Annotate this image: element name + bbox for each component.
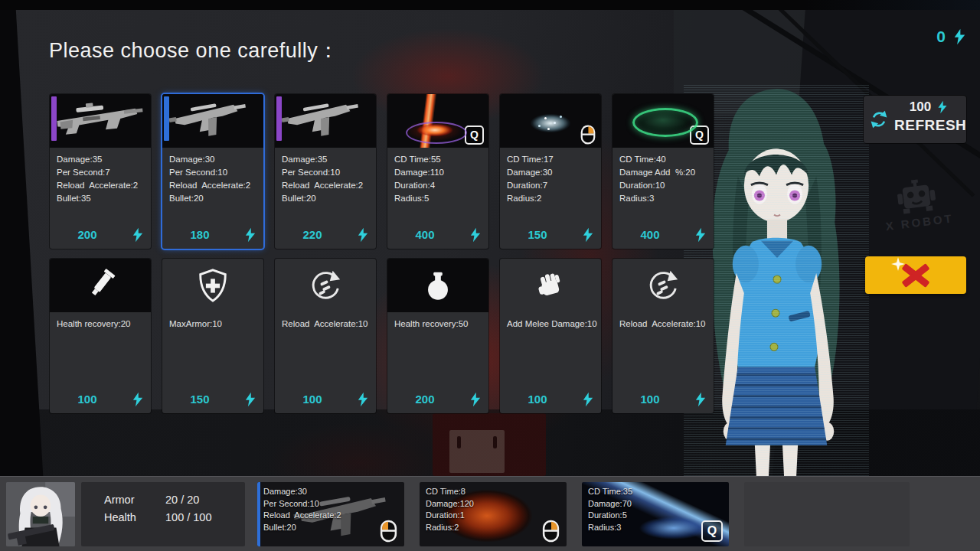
slot-stat: Per Second:10 xyxy=(263,498,341,510)
shop-card[interactable]: Damage:35Per Second:10Reload Accelerate:… xyxy=(275,94,376,249)
card-price-row: 200 xyxy=(387,391,488,408)
shop-card[interactable]: Health recovery:20100 xyxy=(50,259,151,413)
card-stats: CD Time:55Damage:110Duration:4Radius:5 xyxy=(387,148,488,205)
rarity-stripe-icon xyxy=(276,96,282,141)
card-stat: Bullet:20 xyxy=(282,192,369,205)
refresh-arrows-icon xyxy=(869,109,889,129)
card-stat: Health recovery:20 xyxy=(57,318,144,331)
card-stat: Per Second:10 xyxy=(282,166,369,179)
card-artwork xyxy=(50,259,151,312)
energy-bolt-icon xyxy=(244,227,256,246)
slot-stat: Damage:120 xyxy=(426,498,474,510)
card-stat: Bullet:20 xyxy=(169,192,256,205)
rarity-stripe-icon xyxy=(164,96,169,141)
player-avatar xyxy=(6,482,75,546)
card-stat: Radius:3 xyxy=(619,192,707,205)
card-artwork xyxy=(387,259,488,312)
shop-card[interactable]: QCD Time:40Damage Add %:20Duration:10Rad… xyxy=(612,94,714,249)
card-stat: Radius:2 xyxy=(507,192,594,205)
slot-stat: Bullet:20 xyxy=(263,522,341,534)
mouse-left-button-icon xyxy=(379,519,398,543)
card-price: 100 xyxy=(500,391,575,408)
card-stats: MaxArmor:10 xyxy=(162,312,263,331)
mouse-right-button-icon xyxy=(541,519,560,543)
shop-card[interactable]: Reload Accelerate:10100 xyxy=(612,259,714,413)
energy-bolt-icon xyxy=(244,392,256,410)
card-stat: Per Second:7 xyxy=(57,166,144,179)
slot-stat: CD Time:8 xyxy=(426,486,474,498)
armor-row: Armor 20 / 20 xyxy=(104,494,199,506)
card-stat: Health recovery:50 xyxy=(394,318,482,331)
mouse-right-button-icon xyxy=(580,124,596,145)
card-stats: CD Time:40Damage Add %:20Duration:10Radi… xyxy=(612,148,714,205)
card-artwork xyxy=(162,259,263,312)
equipped-slot[interactable]: CD Time:8Damage:120Duration:1Radius:2 xyxy=(420,482,567,546)
currency-balance: 0 xyxy=(936,28,946,46)
energy-bolt-icon xyxy=(694,227,707,246)
card-price: 150 xyxy=(500,227,575,243)
card-price-row: 220 xyxy=(275,227,376,243)
energy-bolt-icon xyxy=(357,227,369,246)
refresh-label: REFRESH xyxy=(894,117,963,134)
card-stat: Damage:110 xyxy=(394,166,482,179)
equipped-slot[interactable]: CD Time:35Damage:70Duration:5Radius:3Q xyxy=(582,482,729,546)
shop-card[interactable]: QCD Time:55Damage:110Duration:4Radius:54… xyxy=(387,94,488,249)
health-label: Health xyxy=(104,511,165,523)
background-red-machine xyxy=(433,413,546,476)
card-price-row: 100 xyxy=(50,391,151,408)
card-stats: Damage:35Per Second:10Reload Accelerate:… xyxy=(275,148,376,205)
energy-bolt-icon xyxy=(694,392,707,410)
card-stat: Radius:5 xyxy=(394,192,482,205)
card-stat: Reload Accelerate:2 xyxy=(282,179,369,192)
energy-bolt-icon xyxy=(357,392,369,410)
keybind-q-badge: Q xyxy=(690,126,709,145)
card-artwork: Q xyxy=(387,94,488,148)
shop-card[interactable]: CD Time:17Damage:30Duration:7Radius:2150 xyxy=(500,94,601,249)
robot-logo-icon xyxy=(890,174,942,217)
refresh-button[interactable]: 100 REFRESH xyxy=(864,96,966,143)
shop-card[interactable]: MaxArmor:10150 xyxy=(162,259,263,413)
card-stat: Add Melee Damage:10 xyxy=(507,318,594,331)
slot-stat: Duration:1 xyxy=(426,510,474,522)
card-artwork xyxy=(500,259,601,312)
card-stat: Duration:4 xyxy=(394,179,482,192)
rarity-stripe-icon xyxy=(51,96,57,141)
slot-stat: Damage:30 xyxy=(263,486,341,498)
card-stat: Reload Accelerate:10 xyxy=(619,318,707,331)
card-stat: Damage:30 xyxy=(507,166,594,179)
page-title: Please choose one carefully： xyxy=(49,37,339,64)
card-price-row: 200 xyxy=(50,227,151,243)
close-button[interactable] xyxy=(865,256,966,294)
card-price: 200 xyxy=(387,391,462,408)
card-price: 400 xyxy=(387,227,462,243)
background-top-band xyxy=(0,0,980,10)
shop-screen: X ROBOT xyxy=(0,0,980,551)
card-stat: CD Time:55 xyxy=(394,153,482,166)
equipped-slot[interactable]: Damage:30Per Second:10Reload Accelerate:… xyxy=(257,482,404,546)
rarity-stripe-icon xyxy=(257,482,260,546)
card-artwork xyxy=(275,259,376,312)
energy-bolt-icon xyxy=(132,227,144,246)
shop-card[interactable]: Damage:35Per Second:7Reload Accelerate:2… xyxy=(50,94,151,249)
card-price-row: 180 xyxy=(162,227,263,243)
shop-card[interactable]: Add Melee Damage:10100 xyxy=(500,259,601,413)
background-machine-panel xyxy=(449,430,505,473)
currency-counter: 0 xyxy=(936,28,966,46)
keybind-q-badge: Q xyxy=(465,126,484,145)
shop-card[interactable]: Damage:30Per Second:10Reload Accelerate:… xyxy=(162,94,263,249)
shop-card[interactable]: Reload Accelerate:10100 xyxy=(275,259,376,413)
shop-card[interactable]: Health recovery:50200 xyxy=(387,259,488,413)
slot-stat: Radius:2 xyxy=(426,522,474,534)
card-stats: Health recovery:20 xyxy=(50,312,151,331)
card-price-row: 100 xyxy=(612,391,714,408)
slot-stat: CD Time:35 xyxy=(588,486,632,498)
energy-bolt-icon xyxy=(469,392,482,410)
energy-bolt-icon xyxy=(582,227,594,246)
card-price: 400 xyxy=(612,227,688,243)
player-stats-panel: Armor 20 / 20 Health 100 / 100 xyxy=(81,482,245,546)
card-stats: CD Time:17Damage:30Duration:7Radius:2 xyxy=(500,148,601,205)
card-price-row: 100 xyxy=(500,391,601,408)
card-price-row: 100 xyxy=(275,391,376,408)
card-stat: MaxArmor:10 xyxy=(169,318,256,331)
empty-slot[interactable] xyxy=(744,482,910,546)
